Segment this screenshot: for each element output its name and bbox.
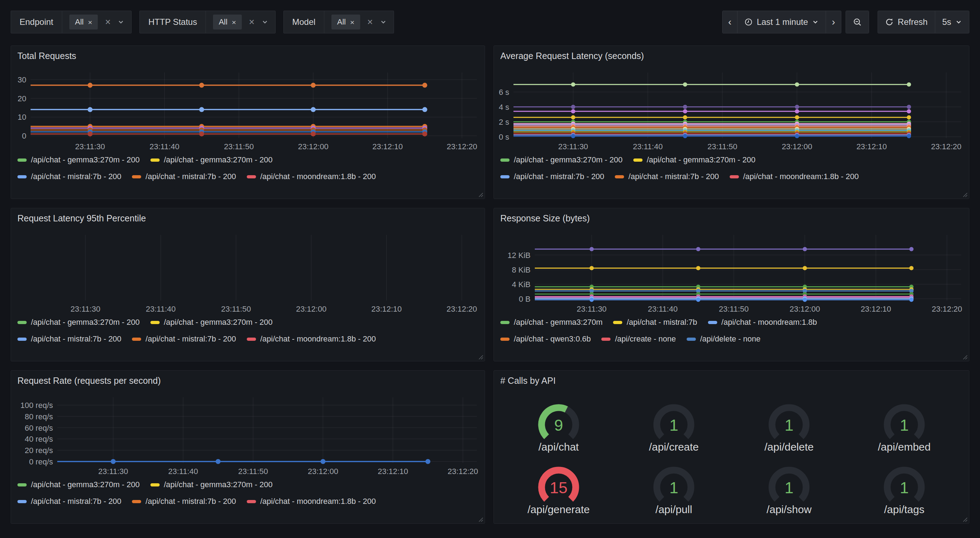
legend-series-label: /api/chat - mistral:7b - 200	[514, 172, 604, 181]
timeseries-chart[interactable]: 23:11:3023:11:4023:11:5023:12:0023:12:10…	[11, 235, 485, 317]
x-axis-tick-label: 23:11:40	[146, 305, 176, 313]
panel-resize-handle[interactable]	[962, 354, 968, 360]
filter-endpoint-label: Endpoint	[11, 11, 62, 33]
panel-calls-by-api: # Calls by API 9/api/chat1/api/create1/a…	[493, 370, 969, 524]
legend-item[interactable]: /api/chat - mistral:7b - 200	[132, 172, 236, 181]
x-axis-tick-label: 23:12:10	[861, 305, 891, 313]
legend-item[interactable]: /api/chat - gemma3:270m - 200	[18, 480, 140, 489]
chevron-down-icon[interactable]	[262, 19, 268, 25]
panel-title[interactable]: Request Rate (requests per second)	[18, 376, 161, 386]
legend-item[interactable]: /api/chat - gemma3:270m	[500, 318, 602, 327]
legend-item[interactable]: /api/chat - mistral:7b	[613, 318, 697, 327]
legend-item[interactable]: /api/chat - moondream:1.8b - 200	[247, 334, 376, 344]
gauge: 1/api/delete	[732, 394, 846, 456]
panel-title[interactable]: # Calls by API	[500, 376, 556, 386]
chevron-down-icon[interactable]	[380, 19, 387, 25]
legend-item[interactable]: /api/chat - moondream:1.8b	[708, 318, 817, 327]
remove-filter-value-icon[interactable]: ×	[232, 19, 236, 26]
panel-title[interactable]: Request Latency 95th Percentile	[18, 213, 146, 224]
legend-item[interactable]: /api/chat - moondream:1.8b - 200	[730, 172, 859, 181]
filter-endpoint-value: All × ×	[62, 11, 132, 33]
filter-http-status-value: All × ×	[206, 11, 275, 33]
series-point	[571, 83, 575, 87]
legend-series-swatch	[708, 321, 717, 324]
filter-http-status-chip[interactable]: All ×	[213, 14, 242, 30]
legend-item[interactable]: /api/chat - gemma3:270m - 200	[500, 155, 623, 165]
gauge-arc: 1	[644, 396, 704, 442]
y-axis-tick-label: 80 req/s	[25, 412, 53, 421]
legend-series-swatch	[150, 483, 160, 486]
series-point	[907, 83, 911, 87]
zoom-out-group	[846, 11, 869, 33]
legend-item[interactable]: /api/chat - mistral:7b - 200	[132, 497, 236, 506]
panel-title[interactable]: Total Requests	[18, 51, 76, 61]
legend-item[interactable]: /api/chat - gemma3:270m - 200	[633, 155, 756, 165]
legend-item[interactable]: /api/chat - gemma3:270m - 200	[18, 155, 140, 165]
legend-series-swatch	[615, 175, 624, 178]
refresh-button[interactable]: Refresh	[878, 11, 935, 33]
legend: /api/chat - gemma3:270m - 200/api/chat -…	[18, 318, 480, 351]
clear-filter-icon[interactable]: ×	[105, 17, 111, 27]
filter-endpoint-chip[interactable]: All ×	[69, 14, 98, 30]
panel-resize-handle[interactable]	[962, 517, 968, 522]
legend-item[interactable]: /api/chat - mistral:7b - 200	[615, 172, 719, 181]
legend-series-label: /api/chat - moondream:1.8b - 200	[743, 172, 859, 181]
time-controls: ‹ Last 1 minute ›	[722, 11, 969, 33]
remove-filter-value-icon[interactable]: ×	[88, 19, 92, 26]
legend-series-swatch	[601, 338, 611, 341]
panel-title[interactable]: Response Size (bytes)	[500, 213, 590, 224]
gauge-label: /api/pull	[655, 503, 692, 516]
legend-item[interactable]: /api/chat - moondream:1.8b - 200	[247, 172, 376, 181]
legend-item[interactable]: /api/chat - mistral:7b - 200	[500, 172, 604, 181]
legend-item[interactable]: /api/create - none	[601, 334, 676, 344]
legend-item[interactable]: /api/chat - moondream:1.8b - 200	[247, 497, 376, 506]
time-shift-back-button[interactable]: ‹	[722, 11, 738, 33]
filter-model-label: Model	[284, 11, 324, 33]
panel-title[interactable]: Average Request Latency (seconds)	[500, 51, 644, 61]
panel-total-requests: Total Requests 010203023:11:3023:11:4023…	[11, 46, 485, 199]
refresh-interval-button[interactable]: 5s	[935, 11, 969, 33]
gauge-label: /api/embed	[878, 441, 931, 453]
panel-resize-handle[interactable]	[962, 192, 968, 198]
legend-item[interactable]: /api/chat - mistral:7b - 200	[18, 172, 121, 181]
legend-item[interactable]: /api/delete - none	[687, 334, 760, 344]
legend-item[interactable]: /api/chat - gemma3:270m - 200	[150, 155, 273, 165]
filter-endpoint: Endpoint All × ×	[11, 11, 132, 33]
y-axis-tick-label: 30	[18, 75, 26, 84]
filter-chip-text: All	[75, 17, 84, 27]
panel-resize-handle[interactable]	[478, 192, 484, 198]
time-shift-forward-button[interactable]: ›	[826, 11, 841, 33]
gauge-value: 1	[900, 479, 908, 497]
timeseries-chart[interactable]: 0 s2 s4 s6 s23:11:3023:11:4023:11:5023:1…	[494, 73, 969, 154]
legend-item[interactable]: /api/chat - mistral:7b - 200	[18, 334, 121, 344]
y-axis-tick-label: 8 KiB	[512, 265, 531, 275]
zoom-out-button[interactable]	[846, 11, 869, 33]
legend-item[interactable]: /api/chat - gemma3:270m - 200	[150, 480, 273, 489]
panel-resize-handle[interactable]	[478, 354, 484, 360]
legend-item[interactable]: /api/chat - mistral:7b - 200	[18, 497, 121, 506]
remove-filter-value-icon[interactable]: ×	[350, 19, 355, 26]
legend-series-swatch	[500, 321, 509, 324]
legend-item[interactable]: /api/chat - gemma3:270m - 200	[18, 318, 140, 327]
x-axis-tick-label: 23:12:00	[790, 305, 820, 313]
legend-item[interactable]: /api/chat - gemma3:270m - 200	[150, 318, 273, 327]
legend-item[interactable]: /api/chat - mistral:7b - 200	[132, 334, 236, 344]
gauge-arc: 15	[528, 459, 589, 504]
gauge: 1/api/tags	[846, 456, 962, 519]
filter-model-chip[interactable]: All ×	[331, 14, 360, 30]
legend-series-label: /api/chat - moondream:1.8b - 200	[260, 497, 376, 506]
timeseries-chart[interactable]: 0 req/s20 req/s40 req/s60 req/s80 req/s1…	[11, 397, 485, 479]
chevron-down-icon[interactable]	[118, 19, 124, 25]
time-range-picker-button[interactable]: Last 1 minute	[738, 11, 826, 33]
legend-item[interactable]: /api/chat - qwen3:0.6b	[500, 334, 591, 344]
clear-filter-icon[interactable]: ×	[368, 17, 373, 27]
x-axis-tick-label: 23:11:30	[577, 305, 607, 313]
timeseries-chart[interactable]: 010203023:11:3023:11:4023:11:5023:12:002…	[11, 73, 485, 154]
series-point	[88, 83, 92, 88]
timeseries-chart[interactable]: 0 B4 KiB8 KiB12 KiB23:11:3023:11:4023:11…	[494, 235, 969, 317]
y-axis-tick-label: 20 req/s	[25, 446, 53, 455]
x-axis-tick-label: 23:11:50	[221, 305, 251, 313]
series-point	[696, 297, 700, 302]
panel-resize-handle[interactable]	[478, 517, 484, 522]
clear-filter-icon[interactable]: ×	[249, 17, 255, 27]
